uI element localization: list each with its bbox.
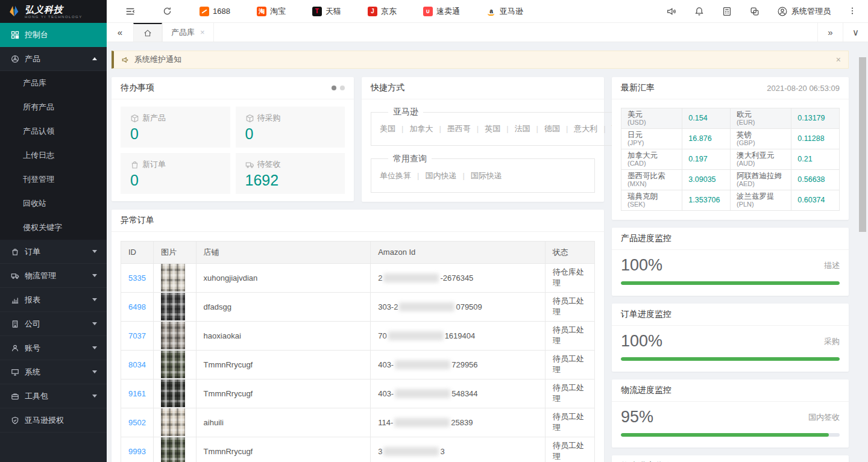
order-progress-card: 订单进度监控 100% 采购 — [612, 304, 849, 372]
sidebar-item-toolkit[interactable]: 工具包 — [0, 384, 107, 408]
marketplace-link-jd[interactable]: J 京东 — [368, 6, 397, 17]
progress-percent: 95% — [621, 408, 653, 426]
sidebar-item-label: 物流管理 — [25, 270, 56, 281]
marketplace-link-taobao[interactable]: 淘 淘宝 — [257, 6, 286, 17]
sidebar-item-logistics[interactable]: 物流管理 — [0, 264, 107, 288]
link-italy[interactable]: 意大利 — [560, 124, 597, 133]
announcement-icon[interactable] — [666, 6, 677, 17]
close-icon[interactable]: × — [836, 55, 841, 64]
stat-new-orders[interactable]: 新订单 0 — [121, 153, 230, 194]
stat-pending-purchase[interactable]: 待采购 0 — [236, 107, 345, 148]
user-icon — [11, 344, 19, 352]
app-subtitle: HONG YI TECHNOLOGY — [25, 15, 83, 19]
rate-row: 墨西哥比索(MXN) 3.09035 阿联酋迪拉姆(AED) 0.56638 — [621, 170, 840, 190]
tabs-scroll-right-icon[interactable]: » — [817, 23, 843, 42]
rate-row: 瑞典克朗(SEK) 1.353706 波兰兹罗提(PLN) 0.60374 — [621, 190, 840, 211]
logistics-progress-card-international: 物流进度监控 96% 国际发货 — [612, 455, 849, 462]
shop-name: haoxiaokai — [204, 331, 241, 340]
cube-icon — [245, 114, 254, 123]
link-mexico[interactable]: 墨西哥 — [433, 124, 470, 133]
link-france[interactable]: 法国 — [500, 124, 530, 133]
main-content: 系统维护通知 × 待办事项 — [107, 42, 868, 462]
close-icon[interactable]: × — [200, 28, 205, 37]
cube-icon — [130, 114, 139, 123]
abnormal-orders-card: 异常订单 ID 图片 店铺 Amazon Id 状态 — [112, 210, 604, 462]
sidebar-item-company[interactable]: 公司 — [0, 312, 107, 336]
progress-percent: 100% — [621, 256, 662, 275]
marketplace-link-aliexpress[interactable]: ∪ 速卖通 — [423, 6, 460, 17]
redacted-blur — [395, 389, 450, 398]
tab-home[interactable] — [133, 23, 162, 42]
tab-product-library[interactable]: 产品库 × — [162, 23, 214, 42]
sidebar-subitem-upload-log[interactable]: 上传日志 — [0, 143, 107, 167]
redacted-blur — [399, 302, 454, 311]
sidebar-subitem-product-claim[interactable]: 产品认领 — [0, 119, 107, 143]
sidebar-subitem-recycle-bin[interactable]: 回收站 — [0, 192, 107, 216]
marketplace-link-amazon[interactable]: a 亚马逊 — [486, 6, 523, 17]
sidebar-item-accounts[interactable]: 账号 — [0, 336, 107, 360]
menu-fold-icon[interactable] — [125, 6, 136, 17]
tmall-icon: T — [312, 7, 322, 16]
sidebar-item-orders[interactable]: 订单 — [0, 240, 107, 264]
order-id-link[interactable]: 8034 — [128, 360, 146, 369]
table-row: 8034 TmmnRrycugf 403-729956 待员工处理 — [121, 350, 595, 379]
redacted-blur — [383, 447, 439, 456]
calculator-icon[interactable] — [722, 6, 732, 17]
sidebar-subitem-infringing-keywords[interactable]: 侵权关键字 — [0, 216, 107, 240]
shop-name: xuhongjiajvdian — [204, 273, 258, 283]
status-badge: 待员工处理 — [553, 325, 584, 345]
sidebar-item-product[interactable]: 产品 — [0, 47, 107, 71]
sidebar-subitem-listing-mgmt[interactable]: 刊登管理 — [0, 167, 107, 192]
avatar-icon — [777, 6, 788, 17]
redacted-blur — [394, 418, 450, 427]
marketplace-link-1688[interactable]: 1688 — [200, 7, 230, 16]
order-id-link[interactable]: 9161 — [128, 389, 146, 398]
card-title: 订单进度监控 — [621, 309, 671, 320]
marketplace-link-tmall[interactable]: T 天猫 — [312, 6, 341, 17]
user-menu[interactable]: 系统管理员 — [777, 6, 831, 17]
1688-icon — [200, 7, 209, 16]
sidebar-item-amazon-auth[interactable]: 亚马逊授权 — [0, 408, 107, 432]
link-germany[interactable]: 德国 — [530, 124, 560, 133]
tabs-list-icon[interactable]: ∨ — [843, 23, 868, 42]
progress-bar — [621, 281, 840, 285]
link-us[interactable]: 美国 — [380, 124, 395, 133]
card-title: 物流进度监控 — [621, 385, 671, 396]
product-progress-card: 产品进度监控 100% 描述 — [612, 228, 849, 296]
sidebar-subitem-all-products[interactable]: 所有产品 — [0, 95, 107, 119]
tabs-scroll-left-icon[interactable]: « — [107, 23, 133, 42]
sidebar-item-system[interactable]: 系统 — [0, 360, 107, 384]
order-id-link[interactable]: 9502 — [128, 418, 146, 427]
order-id-link[interactable]: 6498 — [128, 302, 146, 311]
stat-pending-receipt[interactable]: 待签收 1692 — [236, 153, 345, 194]
scrollbar-thumb[interactable] — [859, 57, 866, 232]
stat-new-products[interactable]: 新产品 0 — [121, 107, 230, 148]
maintenance-notice: 系统维护通知 × — [112, 51, 849, 69]
carousel-dot-active[interactable] — [332, 86, 336, 90]
briefcase-icon — [11, 392, 19, 401]
app-title: 弘义科技 — [25, 5, 83, 14]
link-uk[interactable]: 英国 — [471, 124, 500, 133]
stat-value: 0 — [130, 172, 221, 189]
link-international-express[interactable]: 国际快递 — [456, 171, 502, 180]
order-id-link[interactable]: 7037 — [128, 331, 146, 340]
more-dots-icon[interactable] — [848, 6, 858, 17]
chevron-down-icon — [92, 346, 97, 349]
sidebar-item-console[interactable]: 控制台 — [0, 23, 107, 47]
app-logo: 弘义科技 HONG YI TECHNOLOGY — [0, 0, 107, 23]
chevron-up-icon — [92, 57, 97, 60]
link-domestic-express[interactable]: 国内快递 — [411, 171, 456, 180]
order-id-link[interactable]: 5335 — [128, 273, 146, 283]
order-id-link[interactable]: 9993 — [128, 447, 146, 456]
refresh-icon[interactable] — [162, 6, 173, 17]
product-thumbnail — [161, 264, 185, 292]
bell-icon[interactable] — [694, 6, 705, 17]
progress-percent: 100% — [621, 332, 662, 351]
truck-icon — [11, 272, 19, 280]
sidebar-subitem-product-library[interactable]: 产品库 — [0, 71, 107, 95]
carousel-dot[interactable] — [340, 86, 345, 90]
link-canada[interactable]: 加拿大 — [395, 124, 433, 133]
sidebar-item-reports[interactable]: 报表 — [0, 288, 107, 312]
link-unit-conversion[interactable]: 单位换算 — [380, 171, 411, 180]
currency-swap-icon[interactable] — [749, 6, 760, 17]
